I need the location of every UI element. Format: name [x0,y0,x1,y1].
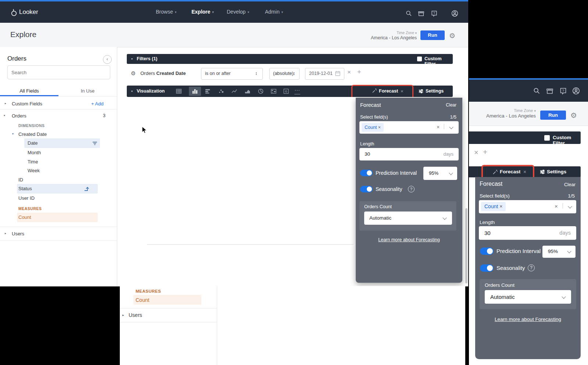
collapse-icon[interactable]: ▾ [4,114,5,117]
viz-type-area-icon[interactable] [244,88,251,94]
field-select-input[interactable]: Count × × | [359,121,459,134]
expand-icon[interactable]: ▸ [5,102,6,105]
time-zone-selector[interactable]: Time Zone ▾ [365,31,417,35]
account-icon[interactable] [572,87,580,97]
expand-icon[interactable]: ▸ [5,232,6,235]
brand-name: Looker [19,8,38,16]
collapse-icon[interactable]: ▾ [12,132,14,135]
seasonality-help-icon[interactable]: ? [408,186,415,192]
tab-in-use[interactable]: In Use [58,88,117,94]
sidebar-item-id[interactable]: ID [18,177,23,182]
settings-tab[interactable]: Settings [547,169,566,174]
viz-type-scatter-icon[interactable] [218,88,224,94]
custom-filter-checkbox[interactable] [417,57,422,61]
chevron-down-icon [562,294,566,299]
settings-tab[interactable]: Settings [426,88,444,94]
viz-type-single-value-icon[interactable]: 6 [283,88,289,94]
chevron-down-icon[interactable] [568,204,572,208]
nav-explore[interactable]: Explore▾ [191,9,214,15]
seasonality-toggle[interactable] [360,186,373,192]
custom-filter-label: Custom Filter [424,56,453,66]
viz-type-pie-icon[interactable] [258,88,264,94]
sidebar-item-status-selected[interactable]: Status [17,184,98,194]
filter-gear-icon[interactable]: ⚙ [131,70,136,77]
sidebar-item-user-id[interactable]: User ID [18,195,35,201]
filters-bar[interactable]: ▾ Filters (1) Custom Filter [127,54,453,64]
nav-admin[interactable]: Admin▾ [265,9,283,15]
remove-filter-icon[interactable]: × [474,148,478,157]
seasonality-help-icon[interactable]: ? [528,264,535,271]
marketplace-icon[interactable] [417,10,425,18]
sidebar-item-custom-fields[interactable]: ▸ Custom Fields + Add [0,98,117,109]
remove-chip-icon[interactable]: × [378,125,381,130]
prediction-interval-select[interactable]: 95% [423,167,457,180]
search-input[interactable] [8,66,110,79]
nav-develop[interactable]: Develop▾ [227,9,249,15]
count-chip[interactable]: Count × [362,123,384,132]
divider [0,227,117,227]
search-icon[interactable] [533,87,541,96]
run-button[interactable]: Run [420,30,445,40]
remove-filter-icon[interactable]: × [347,69,351,76]
sidebar-group-orders[interactable]: ▾ Orders 3 [0,111,117,121]
model-select[interactable]: Automatic [485,290,571,304]
sidebar-item-time[interactable]: Time [28,159,38,165]
sidebar-group-users[interactable]: ▸ Users [0,228,117,239]
prediction-interval-toggle[interactable] [360,170,373,176]
count-chip[interactable]: Count × [481,202,506,211]
clear-button[interactable]: Clear [446,102,456,108]
prediction-interval-toggle[interactable] [480,247,494,255]
filter-icon[interactable] [92,140,98,148]
seasonality-toggle[interactable] [480,264,494,272]
sidebar-item-date-selected[interactable]: Date [24,138,100,148]
length-input[interactable]: 30 days [359,148,459,160]
collapse-icon[interactable]: ▾ [131,90,133,93]
remove-chip-icon[interactable]: × [499,203,502,209]
add-custom-field-button[interactable]: + Add [91,101,104,106]
viz-type-map-icon[interactable] [270,88,277,94]
time-zone-selector[interactable]: Time Zone ▾ [484,108,536,113]
pivot-icon[interactable] [84,186,90,193]
help-icon[interactable]: ? [559,87,567,96]
help-icon[interactable]: ? [431,10,438,18]
filter-operator-select[interactable]: is on or after ↕ [201,68,263,80]
filter-date-input[interactable]: 2019-12-01 [305,68,344,80]
sidebar-item-created-date[interactable]: ▾ Created Date [0,130,117,139]
vertical-scrollbar[interactable] [465,208,467,283]
marketplace-icon[interactable] [546,87,554,96]
custom-filter-checkbox[interactable] [544,135,550,141]
sidebar-item-week[interactable]: Week [28,168,40,173]
clear-button[interactable]: Clear [564,182,576,187]
viz-type-table-icon[interactable] [176,88,182,94]
account-icon[interactable] [451,10,459,19]
bottom-zoom-inset: MEASURES Count ▸ Users [120,286,465,365]
field-select-input[interactable]: Count × × | [479,200,576,213]
add-filter-icon[interactable]: + [357,68,361,76]
length-input[interactable]: 30 days [479,226,576,240]
calendar-icon[interactable] [335,71,341,77]
search-icon[interactable] [405,10,412,18]
add-filter-icon[interactable]: + [483,148,487,156]
model-select[interactable]: Automatic [364,212,452,225]
nav-browse[interactable]: Browse▾ [156,9,176,15]
sidebar-item-count[interactable]: Count [17,213,98,222]
prediction-interval-select[interactable]: 95% [542,246,576,258]
learn-more-link[interactable]: Learn more about Forecasting [475,317,581,322]
viz-type-column-icon[interactable] [205,88,211,94]
collapse-icon[interactable]: ▾ [131,57,133,61]
filter-mode-select[interactable]: (absolute) ↕ [269,68,300,80]
gear-icon[interactable]: ⚙ [570,111,577,120]
clear-field-icon[interactable]: × [555,203,558,209]
tab-all-fields[interactable]: All Fields [0,88,58,94]
sidebar-search[interactable] [7,65,110,79]
learn-more-link[interactable]: Learn more about Forecasting [356,237,462,242]
collapse-sidebar-icon[interactable]: ‹ [103,55,112,64]
gear-icon[interactable]: ⚙ [449,32,455,40]
chevron-down-icon[interactable] [449,125,453,129]
viz-type-bar-selected[interactable] [189,87,201,96]
run-button[interactable]: Run [540,111,566,120]
viz-more-icon[interactable]: ⋯ [294,87,300,94]
sidebar-item-month[interactable]: Month [28,150,41,155]
clear-field-icon[interactable]: × [437,124,440,130]
viz-type-line-icon[interactable] [231,88,237,94]
